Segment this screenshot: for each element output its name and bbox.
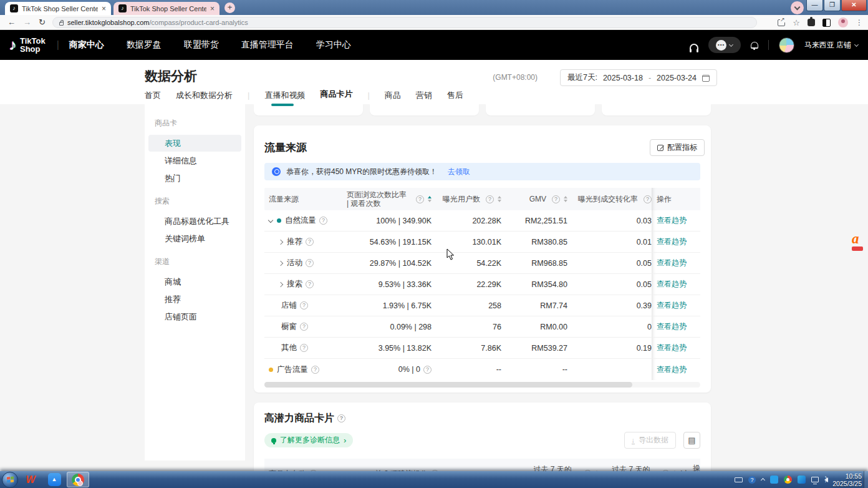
configure-metrics-button[interactable]: 配置指标 — [650, 139, 705, 156]
browser-profile-avatar[interactable] — [838, 17, 848, 27]
back-button[interactable]: ← — [7, 17, 16, 27]
collapse-chevron-icon[interactable] — [268, 217, 273, 222]
help-tray-icon[interactable]: ? — [748, 476, 756, 484]
help-icon[interactable]: ? — [486, 195, 494, 203]
tabstrip-collapse-button[interactable] — [791, 1, 804, 14]
tab-products[interactable]: 商品 — [385, 90, 401, 105]
reload-button[interactable]: ↻ — [39, 17, 46, 27]
report-list-button[interactable]: ▤ — [683, 432, 700, 449]
speaker-icon[interactable] — [824, 477, 828, 482]
help-icon[interactable]: ? — [306, 280, 314, 288]
view-trend-link[interactable]: 查看趋势 — [657, 321, 687, 332]
tab-aftersale[interactable]: 售后 — [447, 90, 463, 105]
taskbar-app-button[interactable]: ▲ — [43, 472, 65, 487]
view-trend-link[interactable]: 查看趋势 — [657, 237, 687, 247]
help-icon[interactable]: ? — [644, 195, 652, 203]
view-trend-link[interactable]: 查看趋势 — [657, 300, 687, 311]
claim-coupon-link[interactable]: 去领取 — [448, 167, 470, 177]
extension-bw-icon[interactable] — [822, 19, 831, 27]
view-trend-link[interactable]: 查看趋势 — [657, 364, 687, 375]
share-icon[interactable] — [778, 19, 785, 26]
export-data-button[interactable]: ↓ 导出数据 — [624, 432, 677, 449]
sidebar-item-performance[interactable]: 表现 — [148, 135, 241, 152]
help-icon[interactable]: ? — [423, 366, 432, 374]
diagnosis-info-link[interactable]: 了解更多诊断信息 › — [264, 433, 353, 447]
mouse-cursor — [446, 248, 455, 261]
sidebar-item-title-optimizer[interactable]: 商品标题优化工具 — [145, 213, 245, 230]
tray-app2-icon[interactable] — [798, 476, 806, 484]
extensions-icon[interactable] — [808, 19, 815, 26]
tab-growth-analytics[interactable]: 成长和数据分析 — [176, 90, 233, 105]
expand-chevron-icon[interactable] — [278, 281, 283, 286]
nav-live-platform[interactable]: 直播管理平台 — [241, 39, 294, 51]
sidebar-item-recommend[interactable]: 推荐 — [145, 291, 245, 308]
view-trend-link[interactable]: 查看趋势 — [657, 215, 687, 226]
horizontal-scrollbar-thumb[interactable] — [264, 382, 632, 388]
browser-tab-inactive[interactable]: ♪ TikTok Shop Seller Center | Cr × — [113, 2, 219, 15]
tab-home[interactable]: 首页 — [145, 90, 161, 105]
bookmark-star-icon[interactable]: ☆ — [793, 18, 800, 27]
sidebar-item-shop-page[interactable]: 店铺页面 — [145, 308, 245, 325]
help-icon[interactable]: ? — [311, 366, 319, 374]
screen: ♪ TikTok Shop Seller Center | Cr × ♪ Tik… — [0, 0, 868, 488]
edit-icon — [657, 145, 663, 151]
help-icon[interactable]: ? — [306, 259, 314, 267]
start-button[interactable] — [2, 472, 18, 488]
help-icon[interactable]: ? — [319, 217, 327, 225]
close-button[interactable]: ✕ — [841, 0, 867, 11]
promo-float-widget[interactable]: a — [852, 232, 868, 255]
input-keyboard-icon[interactable] — [735, 477, 743, 482]
tab-close-icon[interactable]: × — [102, 5, 106, 12]
clock-date: 2025/3/25 — [832, 480, 862, 487]
tiktok-favicon-icon: ♪ — [10, 4, 18, 12]
expand-chevron-icon[interactable] — [278, 260, 283, 265]
tiktok-shop-logo[interactable]: ♪ TikTokShop — [9, 36, 46, 54]
metric-card — [254, 104, 363, 115]
support-headset-icon[interactable] — [690, 44, 698, 49]
tray-app-icon[interactable] — [770, 476, 778, 484]
nav-seller-center[interactable]: 商家中心 — [69, 39, 104, 51]
taskbar-clock[interactable]: 10:55 2025/3/25 — [832, 472, 862, 487]
sidebar-item-details[interactable]: 详细信息 — [145, 152, 245, 169]
notifications-bell-icon[interactable] — [751, 42, 758, 49]
url-bar[interactable]: seller.tiktokglobalshop.com/compass/prod… — [52, 17, 757, 28]
view-trend-link[interactable]: 查看趋势 — [657, 343, 687, 353]
nav-learning-center[interactable]: 学习中心 — [316, 39, 351, 51]
browser-menu-icon[interactable]: ⋮ — [856, 18, 863, 27]
nav-data-compass[interactable]: 数据罗盘 — [127, 39, 162, 51]
show-desktop-button[interactable] — [864, 471, 868, 488]
tray-chrome-icon[interactable] — [784, 476, 792, 484]
tab-close-icon[interactable]: × — [210, 5, 215, 12]
tab-marketing[interactable]: 营销 — [416, 90, 432, 105]
new-tab-button[interactable]: + — [224, 2, 235, 13]
tray-expand-icon[interactable] — [761, 478, 765, 482]
taskbar-chrome-button[interactable] — [67, 472, 89, 487]
network-icon[interactable] — [811, 477, 819, 482]
nav-affiliate[interactable]: 联盟带货 — [184, 39, 219, 51]
col-header-action: 操作 — [652, 188, 700, 210]
view-trend-link[interactable]: 查看趋势 — [657, 279, 687, 290]
expand-chevron-icon[interactable] — [278, 239, 283, 244]
sidebar-item-hot[interactable]: 热门 — [145, 170, 245, 187]
browser-tab-active[interactable]: ♪ TikTok Shop Seller Center | Cr × — [5, 2, 111, 15]
tab-live-video[interactable]: 直播和视频 — [264, 90, 305, 105]
help-icon[interactable]: ? — [300, 301, 308, 310]
chat-widget-button[interactable]: ••• — [708, 37, 741, 53]
help-icon[interactable]: ? — [306, 238, 314, 246]
tab-product-card[interactable]: 商品卡片 — [320, 89, 352, 106]
view-trend-link[interactable]: 查看趋势 — [657, 258, 687, 268]
date-range-picker[interactable]: 最近7天: 2025-03-18 - 2025-03-24 — [560, 69, 717, 86]
forward-button[interactable]: → — [23, 17, 31, 27]
help-icon[interactable]: ? — [552, 195, 560, 203]
help-icon[interactable]: ? — [300, 323, 308, 331]
sidebar-item-keyword-ranking[interactable]: 关键词榜单 — [145, 230, 245, 247]
account-menu[interactable]: 马来西亚 店铺 — [804, 40, 858, 51]
help-icon[interactable]: ? — [416, 195, 424, 203]
taskbar-wps-button[interactable]: W — [19, 472, 42, 487]
minimize-button[interactable]: — — [806, 0, 823, 11]
store-avatar[interactable] — [779, 37, 794, 53]
restore-button[interactable]: ❐ — [824, 0, 841, 11]
sidebar-item-mall[interactable]: 商城 — [145, 273, 245, 290]
help-icon[interactable]: ? — [300, 344, 308, 352]
help-icon[interactable]: ? — [337, 414, 345, 422]
